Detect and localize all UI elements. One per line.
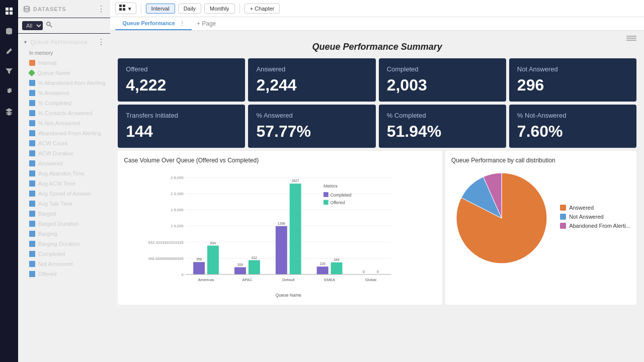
- sidebar-field-item[interactable]: Completed: [18, 249, 110, 259]
- sidebar-field-item[interactable]: Answered: [18, 158, 110, 168]
- tab-options-icon[interactable]: ⋮: [180, 21, 185, 26]
- legend-dot: [560, 223, 566, 229]
- nav-icon-database[interactable]: [2, 24, 16, 38]
- svg-rect-43: [331, 262, 343, 275]
- nav-icon-grid[interactable]: [2, 4, 16, 18]
- tab-queue-performance[interactable]: Queue Performance ⋮: [115, 17, 192, 30]
- field-type-icon: [29, 180, 35, 187]
- field-label: Avg Talk Time: [38, 201, 72, 207]
- datasets-menu-icon[interactable]: ⋮: [97, 4, 105, 14]
- filter-select[interactable]: All: [22, 21, 43, 30]
- dashboard-title: Queue Performance Summary: [118, 42, 636, 52]
- sidebar-field-item[interactable]: % Abandoned from Alerting: [18, 78, 110, 88]
- svg-text:Offered: Offered: [331, 200, 345, 205]
- dataset-group-header[interactable]: ▼ Queue Performance ⋮: [18, 34, 110, 50]
- field-label: Queue Name: [37, 70, 70, 76]
- kpi-value: 296: [517, 76, 628, 95]
- sidebar-field-item[interactable]: Avg Speed of Answer: [18, 189, 110, 199]
- group-menu-icon[interactable]: ⋮: [97, 37, 105, 47]
- sidebar-field-item[interactable]: Barged Duration: [18, 219, 110, 229]
- sidebar-field-item[interactable]: ACW Count: [18, 138, 110, 148]
- svg-rect-10: [119, 8, 122, 11]
- field-label: Avg Abandon Time: [38, 170, 85, 176]
- sidebar-field-item[interactable]: % Not-Answered: [18, 118, 110, 128]
- sidebar-field-item[interactable]: Avg Abandon Time: [18, 168, 110, 178]
- kpi-value: 144: [126, 122, 237, 141]
- datasets-title: DATASETS: [23, 6, 66, 13]
- sidebar-field-item[interactable]: Barging Duration: [18, 239, 110, 249]
- svg-text:0: 0: [377, 270, 379, 274]
- field-type-icon: [29, 241, 35, 247]
- nav-icon-pencil[interactable]: [2, 44, 16, 58]
- field-label: Barging Duration: [38, 241, 80, 247]
- field-type-icon: [29, 120, 35, 126]
- field-label: % Not-Answered: [38, 120, 80, 126]
- svg-rect-33: [249, 260, 260, 275]
- legend-dot: [560, 205, 566, 211]
- svg-text:1398: 1398: [278, 222, 285, 225]
- bar-chart-card: Case Volume Over Queue (Offered vs Compl…: [118, 151, 442, 305]
- nav-icon-gear[interactable]: [2, 84, 16, 99]
- svg-text:0: 0: [182, 273, 184, 277]
- search-icon[interactable]: [46, 21, 53, 30]
- field-type-icon: [29, 201, 35, 207]
- svg-rect-31: [234, 267, 246, 274]
- drag-handle[interactable]: [626, 36, 636, 41]
- chapter-btn[interactable]: + Chapter: [245, 4, 280, 14]
- field-label: Barging: [38, 231, 57, 237]
- svg-rect-55: [324, 200, 329, 205]
- field-label: Answered: [38, 160, 63, 166]
- svg-text:349: 349: [334, 258, 340, 261]
- svg-rect-0: [6, 8, 9, 11]
- field-label: Barged: [38, 211, 56, 217]
- chevron-down-icon: ▼: [23, 40, 28, 45]
- field-label: Completed: [38, 251, 65, 257]
- field-type-icon: [29, 130, 35, 136]
- sidebar-field-item[interactable]: ACW Duration: [18, 148, 110, 158]
- pie-legend: AnsweredNot AnsweredAbandoned From Alert…: [560, 205, 630, 232]
- sidebar-field-item[interactable]: % Contacts Answered: [18, 108, 110, 118]
- field-label: % Answered: [38, 90, 69, 96]
- nav-icon-filter[interactable]: [2, 64, 16, 78]
- sidebar-field-item[interactable]: Barged: [18, 209, 110, 219]
- svg-text:466.6666666666665: 466.6666666666665: [148, 256, 184, 261]
- sidebar-field-item[interactable]: Offered: [18, 269, 110, 279]
- sidebar-field-item[interactable]: Queue Name: [18, 68, 110, 78]
- sidebar-field-item[interactable]: Avg ACW Time: [18, 178, 110, 189]
- svg-text:EMEA: EMEA: [324, 278, 336, 282]
- kpi-card: Not Answered 296: [509, 58, 636, 102]
- dataset-group: ▼ Queue Performance ⋮ In memory Interval…: [18, 34, 110, 279]
- sidebar-field-item[interactable]: Avg Talk Time: [18, 199, 110, 209]
- daily-btn[interactable]: Daily: [178, 4, 201, 14]
- field-label: % Completed: [38, 100, 71, 106]
- sidebar-field-item[interactable]: % Answered: [18, 88, 110, 98]
- legend-label: Not Answered: [569, 214, 603, 220]
- sidebar-field-item[interactable]: Abandoned From Alerting: [18, 128, 110, 138]
- bar-chart-svg: 2.8,0002.3,0001.9,0001.4,000933.33333333…: [124, 168, 436, 299]
- tab-add-page[interactable]: + Page: [192, 17, 221, 30]
- toolbar-layout-btn[interactable]: ▼: [115, 3, 136, 14]
- kpi-card: Offered 4,222: [118, 58, 245, 102]
- sidebar-field-item[interactable]: Not Answered: [18, 259, 110, 269]
- interval-btn[interactable]: Interval: [146, 4, 175, 14]
- kpi-card: % Completed 51.94%: [379, 105, 506, 148]
- sidebar-field-item[interactable]: Interval: [18, 58, 110, 68]
- kpi-label: Transfers Initiated: [126, 112, 237, 119]
- field-type-icon: [29, 60, 35, 66]
- svg-text:Global: Global: [365, 278, 377, 282]
- monthly-btn[interactable]: Monthly: [204, 4, 235, 14]
- svg-text:933.3333333333335: 933.3333333333335: [148, 240, 184, 245]
- svg-rect-9: [123, 5, 125, 7]
- nav-icon-layers[interactable]: [2, 105, 16, 119]
- kpi-label: % Completed: [387, 112, 498, 119]
- field-label: Offered: [38, 271, 57, 277]
- sidebar-field-item[interactable]: Barging: [18, 229, 110, 239]
- legend-label: Abandoned From Alerti...: [569, 223, 630, 229]
- tabs-row: Queue Performance ⋮ + Page: [110, 17, 644, 31]
- svg-rect-53: [324, 192, 329, 197]
- svg-rect-36: [276, 226, 287, 275]
- svg-text:Queue Name: Queue Name: [276, 293, 302, 298]
- kpi-value: 51.94%: [387, 122, 498, 141]
- bar-chart-area: 2.8,0002.3,0001.9,0001.4,000933.33333333…: [124, 168, 436, 299]
- sidebar-field-item[interactable]: % Completed: [18, 98, 110, 108]
